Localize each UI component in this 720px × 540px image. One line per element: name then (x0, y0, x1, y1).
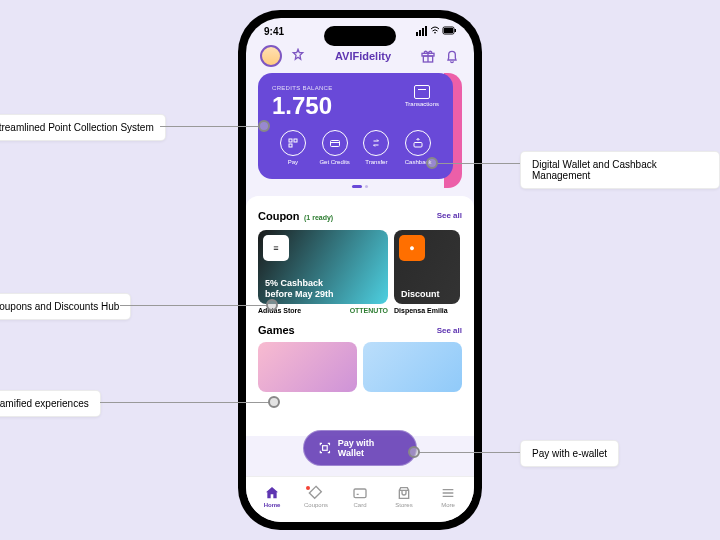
svg-rect-5 (444, 28, 453, 33)
avatar[interactable] (260, 45, 282, 67)
transactions-icon (414, 85, 430, 99)
nav-more[interactable]: More (426, 485, 470, 508)
more-icon (440, 485, 456, 501)
annotation-points: Streamlined Point Collection System (0, 114, 166, 141)
svg-rect-9 (289, 139, 292, 142)
pay-wallet-button[interactable]: Pay with Wallet (303, 430, 417, 466)
balance-value: 1.750 (272, 92, 333, 120)
coupon-seeall[interactable]: See all (437, 211, 462, 220)
nav-stores[interactable]: Stores (382, 485, 426, 508)
annotation-pay: Pay with e-wallet (520, 440, 619, 467)
pay-icon (280, 130, 306, 156)
coupon-card[interactable]: ≡5% Cashbackbefore May 29th Adidas Store… (258, 230, 388, 314)
screen: 9:41 AVIFidelity CREDITS BALANCE 1.750 T… (246, 18, 474, 522)
brand-logo: ● (399, 235, 425, 261)
game-card[interactable] (258, 342, 357, 392)
gift-icon[interactable] (420, 48, 436, 64)
svg-rect-11 (289, 144, 292, 147)
svg-rect-0 (416, 32, 418, 36)
transfer-icon (363, 130, 389, 156)
svg-rect-6 (455, 29, 457, 32)
content-area: Coupon (1 ready) See all ≡5% Cashbackbef… (246, 196, 474, 436)
app-title: AVIFidelity (335, 50, 391, 62)
svg-rect-3 (425, 26, 427, 36)
nav-coupons[interactable]: Coupons (294, 485, 338, 508)
games-seeall[interactable]: See all (437, 326, 462, 335)
svg-rect-2 (422, 28, 424, 36)
balance-card[interactable]: CREDITS BALANCE 1.750 Transactions Pay G… (258, 73, 453, 179)
svg-rect-10 (294, 139, 297, 142)
annotation-games: Gamified experiences (0, 390, 101, 417)
svg-rect-12 (330, 141, 339, 147)
status-icons (416, 26, 456, 37)
bottom-nav: Home Coupons Card Stores More (246, 476, 474, 522)
coupon-icon (308, 485, 324, 501)
transactions-button[interactable]: Transactions (405, 85, 439, 107)
cashback-icon (405, 130, 431, 156)
annotation-coupons: Coupons and Discounts Hub (0, 293, 131, 320)
coupon-ready: (1 ready) (304, 214, 333, 221)
brand-logo: ≡ (263, 235, 289, 261)
coupon-title: Coupon (258, 210, 300, 222)
games-title: Games (258, 324, 295, 336)
scan-icon (318, 441, 332, 455)
bell-icon[interactable] (444, 48, 460, 64)
nav-card[interactable]: Card (338, 485, 382, 508)
get-credits-icon (322, 130, 348, 156)
svg-rect-1 (419, 30, 421, 36)
action-get-credits[interactable]: Get Credits (314, 130, 356, 165)
svg-rect-14 (323, 446, 328, 451)
svg-rect-13 (414, 143, 422, 148)
coupon-card[interactable]: ●Discount Dispensa Emilia (394, 230, 460, 314)
action-pay[interactable]: Pay (272, 130, 314, 165)
time: 9:41 (264, 26, 284, 37)
notch (324, 26, 396, 46)
status-obtained: OTTENUTO (350, 307, 388, 314)
card-icon (352, 485, 368, 501)
game-card[interactable] (363, 342, 462, 392)
annotation-wallet: Digital Wallet and Cashback Management (520, 151, 720, 189)
nav-home[interactable]: Home (250, 485, 294, 508)
home-icon (264, 485, 280, 501)
balance-label: CREDITS BALANCE (272, 85, 333, 91)
page-dots (258, 185, 462, 188)
stores-icon (396, 485, 412, 501)
action-transfer[interactable]: Transfer (356, 130, 398, 165)
svg-rect-15 (354, 489, 366, 498)
loyalty-icon[interactable] (290, 48, 306, 64)
